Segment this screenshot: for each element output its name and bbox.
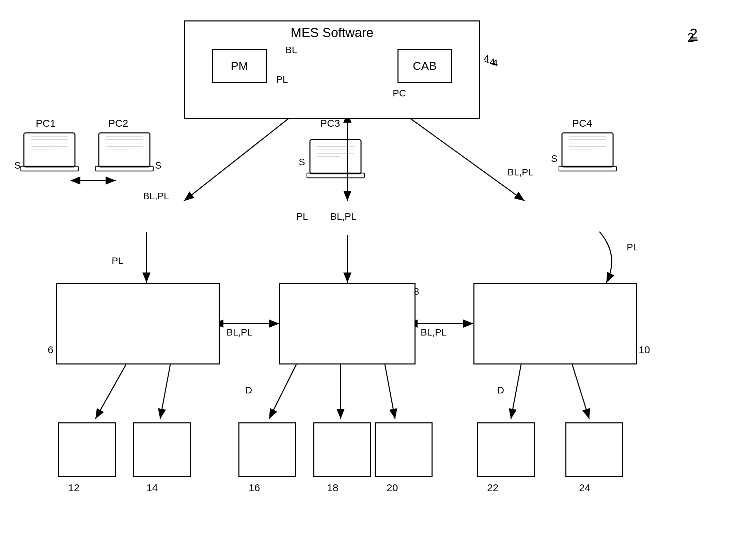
d-label-left: D bbox=[245, 385, 252, 396]
pc4-label: PC4 bbox=[572, 118, 592, 129]
pc-label-mes: PC bbox=[393, 88, 406, 99]
bl-pl-center: BL,PL bbox=[330, 211, 356, 222]
box10-ref: 10 bbox=[639, 344, 650, 356]
pc4-laptop bbox=[559, 129, 620, 174]
s1-label: S bbox=[14, 160, 21, 171]
box-6 bbox=[56, 283, 220, 364]
pl-pc3: PL bbox=[296, 211, 308, 222]
svg-line-15 bbox=[95, 364, 126, 419]
pl-label-mes: PL bbox=[276, 74, 288, 85]
box-10 bbox=[473, 283, 637, 364]
box22-ref: 22 bbox=[487, 482, 498, 494]
svg-line-16 bbox=[160, 364, 170, 419]
box-16 bbox=[238, 422, 296, 477]
mes-software-box: MES Software PM CAB BL PL PC bbox=[184, 20, 480, 119]
ref-4-display: 4 bbox=[490, 56, 496, 67]
ref-4-container: ~4 bbox=[484, 56, 495, 68]
cab-label: CAB bbox=[413, 59, 437, 73]
svg-line-9 bbox=[402, 112, 525, 201]
bl-pl-pc4: BL,PL bbox=[507, 167, 533, 178]
bl-label-mes: BL bbox=[285, 45, 297, 56]
reference-2: 2 bbox=[690, 26, 698, 42]
svg-line-17 bbox=[269, 364, 296, 419]
bl-pl-6-8: BL,PL bbox=[226, 327, 252, 338]
box-20 bbox=[375, 422, 433, 477]
cab-box: CAB bbox=[397, 49, 452, 83]
pc2-laptop bbox=[95, 129, 157, 174]
box14-ref: 14 bbox=[146, 482, 158, 494]
box8-ref: 8 bbox=[414, 286, 419, 297]
box-12 bbox=[58, 422, 116, 477]
svg-line-19 bbox=[385, 364, 395, 419]
d-label-right: D bbox=[497, 385, 504, 396]
pc2-label: PC2 bbox=[108, 118, 128, 129]
box24-ref: 24 bbox=[579, 482, 590, 494]
pc3-laptop bbox=[307, 136, 368, 181]
svg-line-20 bbox=[511, 364, 521, 419]
pm-label: PM bbox=[231, 59, 248, 73]
box-14 bbox=[133, 422, 191, 477]
svg-line-6 bbox=[184, 112, 296, 201]
mes-software-label: MES Software bbox=[291, 26, 374, 40]
pc1-label: PC1 bbox=[36, 118, 56, 129]
box-18 bbox=[313, 422, 371, 477]
bl-pl-pc2: BL,PL bbox=[143, 191, 169, 202]
bl-pl-8-10: BL,PL bbox=[421, 327, 447, 338]
box-8 bbox=[279, 283, 416, 364]
s3-label: S bbox=[299, 157, 305, 168]
s4-label: S bbox=[551, 153, 558, 164]
pl-pc4: PL bbox=[627, 242, 638, 253]
diagram: MES Software PM CAB BL PL PC 4 4 2 PC1 S… bbox=[0, 0, 735, 560]
box18-ref: 18 bbox=[327, 482, 338, 494]
pc3-label: PC3 bbox=[320, 118, 340, 129]
box-22 bbox=[477, 422, 535, 477]
box20-ref: 20 bbox=[387, 482, 398, 494]
box12-ref: 12 bbox=[68, 482, 79, 494]
ref-2-label: 2 bbox=[690, 26, 698, 42]
box6-ref: 6 bbox=[48, 344, 53, 356]
box16-ref: 16 bbox=[249, 482, 260, 494]
s2-label: S bbox=[155, 160, 161, 171]
pm-box: PM bbox=[212, 49, 267, 83]
box-24 bbox=[565, 422, 623, 477]
pc1-laptop bbox=[20, 129, 82, 174]
svg-line-21 bbox=[572, 364, 589, 419]
pl-box6: PL bbox=[112, 255, 123, 266]
